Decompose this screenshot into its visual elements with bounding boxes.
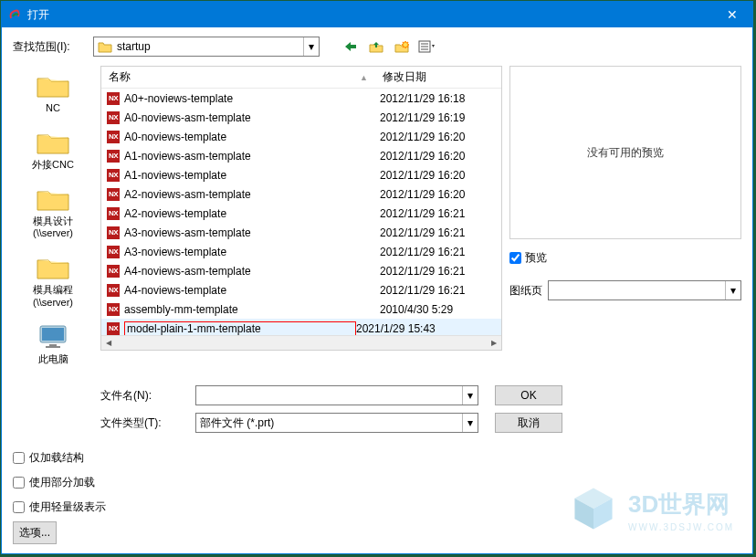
- dropdown-arrow-icon[interactable]: ▾: [462, 386, 478, 405]
- file-row[interactable]: NXA2-noviews-asm-template2012/11/29 16:2…: [101, 184, 501, 204]
- file-name: A3-noviews-asm-template: [124, 226, 380, 239]
- load-structure-checkbox[interactable]: 仅加载结构: [13, 450, 106, 466]
- sidebar-item-1[interactable]: 外接CNC: [13, 122, 93, 175]
- cube-icon: [568, 483, 619, 537]
- open-dialog: 打开 ✕ 查找范围(I): startup ▾ NC外接CNC模具设计 (\\s…: [1, 1, 753, 554]
- file-name: A2-noviews-template: [124, 207, 380, 220]
- file-row[interactable]: NXA4-noviews-asm-template2012/11/29 16:2…: [101, 261, 501, 280]
- lookin-label: 查找范围(I):: [13, 39, 93, 55]
- file-name: A0+-noviews-template: [124, 92, 380, 105]
- page-label: 图纸页: [509, 283, 542, 299]
- svg-rect-7: [46, 346, 60, 348]
- folder-icon: [35, 69, 71, 100]
- sidebar-item-3[interactable]: 模具编程 (\\server): [13, 247, 93, 313]
- file-row[interactable]: NXA3-noviews-asm-template2012/11/29 16:2…: [101, 223, 501, 242]
- ok-button[interactable]: OK: [495, 385, 562, 405]
- pc-icon: [35, 321, 71, 352]
- filename-combo[interactable]: ▾: [195, 385, 478, 405]
- file-date: 2012/11/29 16:19: [380, 111, 465, 124]
- nx-file-icon: NX: [107, 207, 120, 220]
- file-name: A0-noviews-template: [124, 131, 380, 143]
- new-folder-icon[interactable]: [393, 37, 411, 56]
- file-row[interactable]: NXA4-noviews-template2012/11/29 16:21: [101, 280, 501, 300]
- file-row[interactable]: NXA1-noviews-asm-template2012/11/29 16:2…: [101, 146, 501, 165]
- sidebar-item-label: 外接CNC: [13, 159, 93, 172]
- dropdown-arrow-icon[interactable]: ▾: [462, 414, 478, 432]
- scroll-left-icon[interactable]: ◀: [101, 336, 116, 351]
- file-date: 2012/11/29 16:21: [380, 226, 465, 239]
- sidebar-item-label: 模具编程 (\\server): [13, 284, 93, 310]
- dropdown-arrow-icon[interactable]: ▾: [303, 37, 319, 56]
- nx-file-icon: NX: [107, 92, 120, 105]
- filetype-label: 文件类型(T):: [100, 415, 195, 431]
- sidebar-item-label: NC: [13, 102, 93, 115]
- file-date: 2012/11/29 16:21: [380, 265, 465, 278]
- horizontal-scrollbar[interactable]: ◀ ▶: [101, 335, 501, 350]
- sidebar-item-label: 此电脑: [13, 353, 93, 366]
- dropdown-arrow-icon[interactable]: ▾: [725, 281, 740, 300]
- preview-checkbox[interactable]: 预览: [509, 250, 741, 266]
- file-name: A2-noviews-asm-template: [124, 188, 380, 201]
- sidebar-item-4[interactable]: 此电脑: [13, 317, 93, 370]
- nx-file-icon: NX: [107, 169, 120, 182]
- file-name: A4-noviews-asm-template: [124, 265, 380, 278]
- options-button[interactable]: 选项...: [13, 521, 57, 544]
- file-date: 2012/11/29 16:21: [380, 207, 465, 220]
- file-name: A1-noviews-asm-template: [124, 150, 380, 163]
- nx-file-icon: NX: [107, 284, 120, 297]
- sidebar-item-label: 模具设计 (\\server): [13, 215, 93, 241]
- svg-rect-6: [49, 344, 57, 346]
- file-name: A3-noviews-template: [124, 246, 380, 258]
- folder-icon: [98, 40, 112, 53]
- places-sidebar: NC外接CNC模具设计 (\\server)模具编程 (\\server)此电脑: [13, 66, 93, 369]
- column-name[interactable]: 名称 ▲: [101, 67, 375, 88]
- file-row[interactable]: NXA3-noviews-template2012/11/29 16:21: [101, 242, 501, 261]
- preview-panel: 没有可用的预览: [509, 66, 741, 239]
- file-row[interactable]: NXA2-noviews-template2012/11/29 16:21: [101, 204, 501, 223]
- sidebar-item-2[interactable]: 模具设计 (\\server): [13, 179, 93, 245]
- lookin-combo[interactable]: startup ▾: [93, 37, 320, 57]
- file-name: A0-noviews-asm-template: [124, 111, 380, 124]
- partial-load-checkbox[interactable]: 使用部分加载: [13, 475, 106, 490]
- list-header: 名称 ▲ 修改日期: [101, 67, 501, 89]
- back-icon[interactable]: [341, 37, 360, 56]
- up-icon[interactable]: [367, 37, 385, 56]
- file-name: assembly-mm-template: [124, 303, 380, 316]
- nx-file-icon: NX: [107, 322, 120, 335]
- sidebar-item-0[interactable]: NC: [13, 66, 93, 119]
- page-combo[interactable]: ▾: [548, 280, 741, 300]
- file-row[interactable]: NXA0-noviews-asm-template2012/11/29 16:1…: [101, 108, 501, 127]
- folder-icon: [35, 183, 71, 214]
- close-button[interactable]: ✕: [712, 2, 752, 27]
- cancel-button[interactable]: 取消: [495, 413, 562, 433]
- titlebar: 打开 ✕: [2, 2, 752, 27]
- scroll-right-icon[interactable]: ▶: [487, 336, 501, 351]
- window-title: 打开: [27, 7, 49, 23]
- file-date: 2021/1/29 15:43: [356, 322, 436, 335]
- file-row[interactable]: NXA0+-noviews-template2012/11/29 16:18: [101, 89, 501, 108]
- sort-indicator-icon: ▲: [360, 73, 368, 82]
- lightweight-checkbox[interactable]: 使用轻量级表示: [13, 499, 106, 515]
- file-date: 2012/11/29 16:20: [380, 150, 465, 163]
- file-date: 2012/11/29 16:18: [380, 92, 465, 105]
- file-row[interactable]: NXA1-noviews-template2012/11/29 16:20: [101, 165, 501, 184]
- file-row[interactable]: NXmodel-plain-1-mm-template2021/1/29 15:…: [101, 319, 501, 335]
- file-date: 2012/11/29 16:20: [380, 188, 465, 201]
- preview-empty-text: 没有可用的预览: [587, 145, 664, 161]
- nx-file-icon: NX: [107, 131, 120, 143]
- file-date: 2012/11/29 16:20: [380, 131, 465, 143]
- file-row[interactable]: NXA0-noviews-template2012/11/29 16:20: [101, 127, 501, 146]
- filetype-combo[interactable]: 部件文件 (*.prt) ▾: [195, 413, 478, 433]
- file-name: A4-noviews-template: [124, 284, 380, 297]
- nx-file-icon: NX: [107, 111, 120, 124]
- file-date: 2012/11/29 16:20: [380, 169, 465, 182]
- file-list[interactable]: 名称 ▲ 修改日期 NXA0+-noviews-template2012/11/…: [100, 66, 502, 351]
- watermark: 3D世界网 WWW.3DSJW.COM: [568, 483, 734, 537]
- nx-file-icon: NX: [107, 265, 120, 278]
- view-menu-icon[interactable]: [418, 37, 436, 56]
- file-date: 2012/11/29 16:21: [380, 284, 465, 297]
- file-row[interactable]: NXassembly-mm-template2010/4/30 5:29: [101, 300, 501, 319]
- column-date[interactable]: 修改日期: [375, 67, 501, 88]
- folder-icon: [35, 126, 71, 157]
- nx-file-icon: NX: [107, 188, 120, 201]
